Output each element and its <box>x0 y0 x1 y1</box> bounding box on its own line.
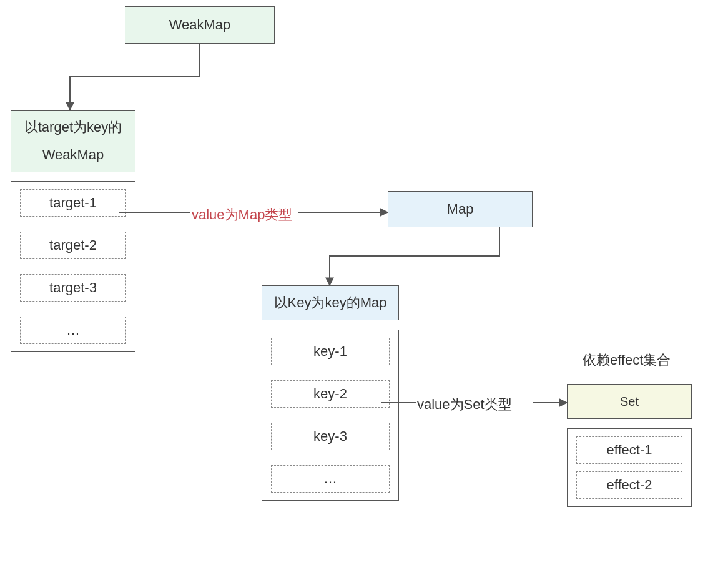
effect-item-0: effect-1 <box>576 436 682 464</box>
edge-label-value-set: value为Set类型 <box>417 395 512 414</box>
key-item-1: key-2 <box>271 380 390 408</box>
key-item-2: key-3 <box>271 423 390 450</box>
map-desc-box: 以Key为key的Map <box>262 285 399 320</box>
target-item-3: … <box>20 317 126 344</box>
key-item-3: … <box>271 465 390 493</box>
target-item-2: target-3 <box>20 274 126 302</box>
key-item-0: key-1 <box>271 338 390 365</box>
set-title-box: Set <box>567 384 692 419</box>
target-item-0: target-1 <box>20 189 126 217</box>
arrow-weakmap-to-desc <box>70 44 200 110</box>
weakmap-desc-line2: WeakMap <box>42 141 104 169</box>
weakmap-title-box: WeakMap <box>125 6 275 44</box>
weakmap-desc-box: 以target为key的 WeakMap <box>11 110 135 172</box>
keys-list: key-1key-2key-3… <box>262 330 399 501</box>
weakmap-desc-line1: 以target为key的 <box>24 114 122 141</box>
map-title: Map <box>447 201 474 217</box>
target-item-1: target-2 <box>20 232 126 259</box>
set-caption: 依赖effect集合 <box>583 351 671 370</box>
weakmap-title: WeakMap <box>169 17 231 33</box>
effect-item-1: effect-2 <box>576 471 682 499</box>
arrow-map-to-mapdesc <box>330 227 499 285</box>
map-desc: 以Key为key的Map <box>274 293 387 312</box>
map-title-box: Map <box>388 191 533 227</box>
targets-list: target-1target-2target-3… <box>11 181 135 352</box>
set-title: Set <box>620 395 639 409</box>
edge-label-value-map: value为Map类型 <box>192 205 292 224</box>
effects-list: effect-1effect-2 <box>567 428 692 507</box>
